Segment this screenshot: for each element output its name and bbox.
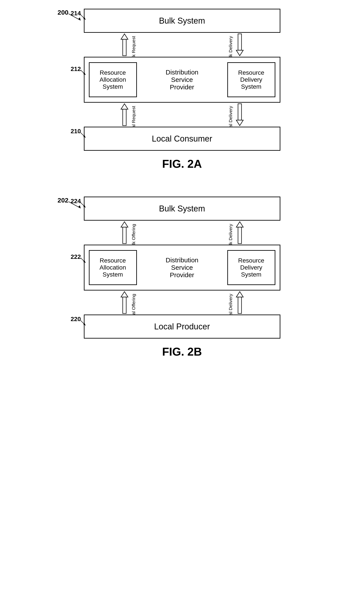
local-delivery-arrow-2b <box>234 290 246 314</box>
dist-provider-box-2a: Resource Allocation System Distribution … <box>84 57 280 103</box>
svg-rect-11 <box>123 109 126 126</box>
local-producer-box: Local Producer <box>84 314 280 339</box>
ref220-arrow <box>79 319 87 327</box>
local-consumer-box: Local Consumer <box>84 127 280 151</box>
dist-service-provider-label-2a: Distribution Service Provider <box>137 69 227 91</box>
svg-marker-31 <box>83 323 86 326</box>
resource-delivery-label-2a: Resource Delivery System <box>238 69 264 90</box>
local-offering-arrow <box>119 290 130 314</box>
dist-provider-box-2b: Resource Allocation System Distribution … <box>84 245 280 290</box>
resource-delivery-box-2b: Resource Delivery System <box>227 250 275 285</box>
svg-marker-10 <box>121 104 128 109</box>
svg-marker-26 <box>121 292 128 297</box>
bulk-delivery-arrow <box>234 33 246 57</box>
fig2b-label: FIG. 2B <box>17 345 347 358</box>
resource-allocation-label-2b: Resource Allocation System <box>100 257 126 278</box>
svg-marker-4 <box>121 34 128 39</box>
ref210-arrow <box>79 131 87 139</box>
fig2a-section: 200 214 Bulk System <box>17 9 347 183</box>
bulk-connectors-2a: Bulk Request Bulk Delivery <box>84 33 280 57</box>
svg-marker-25 <box>83 260 86 263</box>
local-consumer-label: Local Consumer <box>152 134 212 144</box>
svg-marker-9 <box>83 72 86 75</box>
bulk-system-box-2a: Bulk System <box>84 9 280 33</box>
ref224-arrow <box>79 201 87 209</box>
svg-marker-28 <box>236 292 243 297</box>
local-producer-label: Local Producer <box>154 322 210 331</box>
bulk-system-label-2b: Bulk System <box>159 204 205 213</box>
svg-rect-23 <box>238 227 242 244</box>
svg-marker-15 <box>83 135 86 138</box>
resource-delivery-label-2b: Resource Delivery System <box>238 257 264 278</box>
svg-rect-29 <box>238 297 242 314</box>
local-connectors-2b: Local Offering Local Delivery <box>84 290 280 314</box>
svg-marker-20 <box>121 222 128 227</box>
fig2a-label: FIG. 2A <box>17 157 347 170</box>
svg-rect-27 <box>123 297 126 314</box>
resource-allocation-box-2b: Resource Allocation System <box>89 250 137 285</box>
bulk-delivery-arrow-2b <box>234 221 246 245</box>
resource-allocation-box-2a: Resource Allocation System <box>89 62 137 97</box>
bulk-system-box-2b: Bulk System <box>84 196 280 221</box>
resource-allocation-label-2a: Resource Allocation System <box>100 69 126 90</box>
bulk-request-arrow <box>119 33 130 57</box>
svg-rect-6 <box>238 34 242 50</box>
local-request-arrow <box>119 103 130 127</box>
bulk-connectors-2b: Bulk Offering Bulk Delivery <box>84 221 280 245</box>
local-delivery-arrow <box>234 103 246 127</box>
page: 200 214 Bulk System <box>0 0 364 393</box>
svg-rect-12 <box>238 104 242 120</box>
local-connectors-2a: Local Request Local Delivery <box>84 103 280 127</box>
svg-marker-19 <box>83 205 86 208</box>
svg-rect-5 <box>123 39 126 56</box>
ref212-arrow <box>79 69 87 77</box>
ref214-arrow <box>79 13 87 21</box>
svg-marker-7 <box>236 50 243 56</box>
fig2b-section: 202 224 Bulk System <box>17 196 347 371</box>
svg-marker-13 <box>236 120 243 126</box>
dist-service-provider-label-2b: Distribution Service Provider <box>137 256 227 279</box>
svg-rect-21 <box>123 227 126 244</box>
resource-delivery-box-2a: Resource Delivery System <box>227 62 275 97</box>
svg-marker-3 <box>83 17 86 20</box>
bulk-system-label-2a: Bulk System <box>159 16 205 26</box>
bulk-offering-arrow <box>119 221 130 245</box>
ref222-arrow <box>79 257 87 264</box>
svg-marker-22 <box>236 222 243 227</box>
